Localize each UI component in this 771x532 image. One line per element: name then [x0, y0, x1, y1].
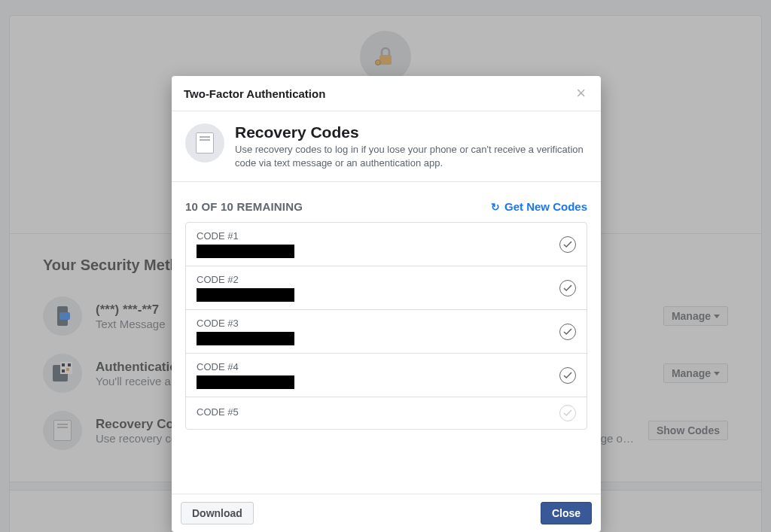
- code-label: CODE #2: [197, 274, 552, 285]
- code-label: CODE #4: [197, 361, 552, 372]
- get-new-codes-button[interactable]: ↻ Get New Codes: [491, 200, 587, 213]
- code-value-redacted: [197, 288, 294, 302]
- modal-title: Two-Factor Authentication: [184, 87, 573, 100]
- check-circle-icon: [559, 367, 576, 384]
- recovery-code-row: CODE #5: [186, 397, 587, 429]
- recovery-codes-list: CODE #1 CODE #2 CODE #3: [185, 222, 587, 430]
- recovery-code-row: CODE #1: [186, 223, 587, 266]
- check-circle-icon: [559, 236, 576, 253]
- recovery-code-row: CODE #4: [186, 354, 587, 397]
- modal-header: Two-Factor Authentication ×: [172, 76, 601, 111]
- check-circle-icon: [559, 280, 576, 296]
- download-button[interactable]: Download: [181, 502, 254, 524]
- remaining-count-label: 10 OF 10 REMAINING: [185, 200, 303, 213]
- close-button[interactable]: Close: [541, 502, 592, 524]
- intro-heading: Recovery Codes: [235, 123, 587, 141]
- code-label: CODE #5: [197, 406, 552, 418]
- recovery-codes-modal: Two-Factor Authentication × Recovery Cod…: [172, 76, 601, 532]
- code-value-redacted: [197, 245, 294, 258]
- code-label: CODE #1: [197, 230, 552, 242]
- recovery-code-row: CODE #2: [186, 266, 587, 310]
- codes-scroll-area[interactable]: CODE #1 CODE #2 CODE #3: [172, 222, 601, 494]
- modal-footer: Download Close: [172, 494, 601, 532]
- recovery-code-row: CODE #3: [186, 310, 587, 354]
- code-value-redacted: [197, 375, 294, 389]
- note-icon: [185, 123, 224, 163]
- code-label: CODE #3: [197, 318, 552, 329]
- check-circle-icon: [559, 405, 576, 421]
- modal-intro: Recovery Codes Use recovery codes to log…: [172, 111, 601, 182]
- code-value-redacted: [197, 332, 294, 345]
- close-icon[interactable]: ×: [573, 85, 589, 102]
- intro-body: Use recovery codes to log in if you lose…: [235, 143, 587, 169]
- check-circle-icon: [559, 324, 576, 340]
- refresh-icon: ↻: [491, 201, 500, 213]
